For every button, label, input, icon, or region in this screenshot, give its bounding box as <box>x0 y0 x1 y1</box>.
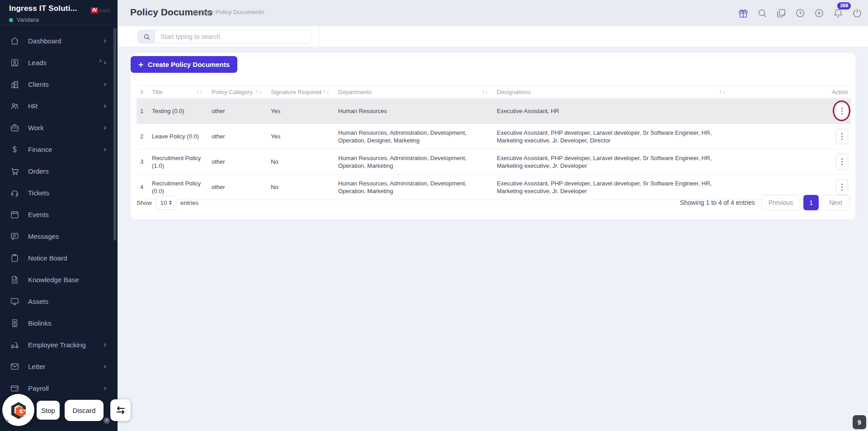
bell-icon[interactable]: 388 <box>832 8 844 19</box>
sidebar-item-events[interactable]: Events <box>0 204 118 225</box>
page-size-select[interactable]: 10 <box>156 196 176 210</box>
sidebar-item-orders[interactable]: Orders <box>0 160 118 182</box>
sidebar-item-label: Tickets <box>28 189 49 197</box>
discard-button[interactable]: Discard <box>65 400 104 421</box>
column-policy-category: Policy Category↑↓ <box>208 85 267 99</box>
clients-icon <box>10 80 19 89</box>
user-name: Vandana <box>17 17 39 23</box>
clipboard-icon <box>10 253 19 263</box>
sort-icon[interactable]: ↑↓ <box>718 90 727 95</box>
sidebar-item-label: Letter <box>28 363 45 370</box>
topbar-icons: 388 <box>737 0 863 26</box>
row-title: Testing (0.0) <box>148 99 208 124</box>
gift-icon[interactable] <box>737 8 749 19</box>
row-number: 2 <box>137 124 148 149</box>
column-departments: Departments↑↓ <box>335 85 493 99</box>
row-actions-menu-button[interactable] <box>836 128 848 144</box>
row-number: 1 <box>137 99 148 124</box>
breadcrumb-separator: • <box>212 9 214 15</box>
create-policy-documents-button[interactable]: + Create Policy Documents <box>131 56 237 73</box>
table-row[interactable]: 1 Testing (0.0) other Yes Human Resource… <box>137 99 851 124</box>
company-name: Ingress IT Soluti... <box>9 4 77 13</box>
sidebar-scrollbar[interactable] <box>113 28 116 241</box>
row-actions-menu-button[interactable] <box>836 179 848 195</box>
online-status-icon <box>9 18 13 22</box>
plus-icon: + <box>138 60 143 69</box>
search-icon[interactable] <box>756 8 768 19</box>
row-departments: Human Resources <box>335 99 493 124</box>
topbar: Policy Documents Home • Policy Documents… <box>118 0 868 26</box>
row-designations: Executive Assistant, HR <box>493 99 731 124</box>
sort-icon[interactable]: ↑↓ <box>481 90 490 95</box>
table-footer: Show 10 entries Showing 1 to 4 of 4 entr… <box>137 195 849 210</box>
row-category: other <box>208 149 267 175</box>
leads-icon <box>10 58 19 67</box>
column-number: # <box>137 85 148 99</box>
entries-label: entries <box>180 199 199 206</box>
sidebar-item-clients[interactable]: Clients › <box>0 73 118 95</box>
sidebar-item-assets[interactable]: Assets <box>0 290 118 312</box>
sidebar-collapse-icon[interactable]: › <box>99 56 102 65</box>
sidebar-item-knowledge-base[interactable]: Knowledge Base <box>0 269 118 290</box>
breadcrumb-home[interactable]: Home <box>193 9 210 15</box>
monitor-icon <box>10 297 19 306</box>
column-designations: Designations↑↓ <box>493 85 731 99</box>
sidebar-item-label: Payroll <box>28 384 49 392</box>
user-status: Vandana <box>9 17 111 23</box>
sidebar-item-employee-tracking[interactable]: Employee Tracking › <box>0 334 118 355</box>
row-designations: Executive Assistant, PHP developer, Lara… <box>493 149 731 175</box>
sidebar-item-biolinks[interactable]: Biolinks <box>0 312 118 334</box>
chevron-right-icon: › <box>104 145 107 153</box>
column-title: Title↑↓ <box>148 85 208 99</box>
sidebar-item-work[interactable]: Work › <box>0 117 118 138</box>
scooter-icon <box>10 340 19 350</box>
previous-page-button[interactable]: Previous <box>761 195 800 210</box>
plus-circle-icon[interactable] <box>813 8 825 19</box>
sidebar-item-finance[interactable]: Finance › <box>0 138 118 160</box>
chevron-right-icon: › <box>104 37 107 45</box>
sidebar-item-tickets[interactable]: Tickets <box>0 182 118 204</box>
notes-icon[interactable] <box>775 8 787 19</box>
power-icon[interactable] <box>851 8 863 19</box>
headset-icon <box>10 188 19 198</box>
column-action: Action <box>816 85 851 99</box>
pagination: Showing 1 to 4 of 4 entries Previous 1 N… <box>680 195 849 210</box>
sort-icon[interactable]: ↑↓ <box>322 90 331 95</box>
table-row[interactable]: 3 Recruitment Policy (1.0) other No Huma… <box>137 149 851 175</box>
next-page-button[interactable]: Next <box>822 195 849 210</box>
stop-button[interactable]: Stop <box>37 401 60 420</box>
sort-icon[interactable]: ↑↓ <box>255 90 264 95</box>
swap-button[interactable] <box>110 399 131 421</box>
sidebar-item-label: HR <box>28 102 38 110</box>
help-icon[interactable]: ? <box>104 417 110 424</box>
sidebar-item-dashboard[interactable]: Dashboard › <box>0 30 118 52</box>
row-actions-menu-button[interactable] <box>836 103 848 119</box>
chevron-right-icon: › <box>104 384 107 392</box>
clock-icon[interactable] <box>794 8 806 19</box>
divider <box>319 26 319 47</box>
row-designations: Executive Assistant, PHP developer, Lara… <box>493 124 731 149</box>
column-signature-required: Signature Required↑↓ <box>267 85 335 99</box>
hexagon-logo-icon <box>9 401 28 420</box>
sidebar-item-hr[interactable]: HR › <box>0 95 118 117</box>
sidebar-item-messages[interactable]: Messages <box>0 225 118 247</box>
sidebar-item-label: Clients <box>28 81 49 88</box>
page-size-control: Show 10 entries <box>137 196 198 210</box>
sort-icon[interactable]: ↑↓ <box>196 90 204 95</box>
sidebar-item-label: Assets <box>28 298 48 305</box>
sidebar-item-notice-board[interactable]: Notice Board <box>0 247 118 269</box>
search-strip <box>118 26 868 47</box>
table-row[interactable]: 2 Leave Policy (0.0) other Yes Human Res… <box>137 124 851 149</box>
page-1-button[interactable]: 1 <box>803 195 819 210</box>
calendar-icon <box>10 210 19 219</box>
breadcrumb: Home • Policy Documents <box>193 9 264 15</box>
screen: Ingress IT Soluti... IN Vandana Dashboar… <box>0 0 868 431</box>
collapse-arrow-icon: « <box>5 417 9 424</box>
home-icon <box>10 36 19 46</box>
search-input[interactable] <box>155 30 311 43</box>
sidebar-item-letter[interactable]: Letter › <box>0 355 118 377</box>
row-actions-menu-button[interactable] <box>836 154 848 170</box>
sidebar-item-label: Biolinks <box>28 319 52 327</box>
corner-count-badge: 9 <box>853 415 866 429</box>
chevron-right-icon: › <box>104 80 107 88</box>
